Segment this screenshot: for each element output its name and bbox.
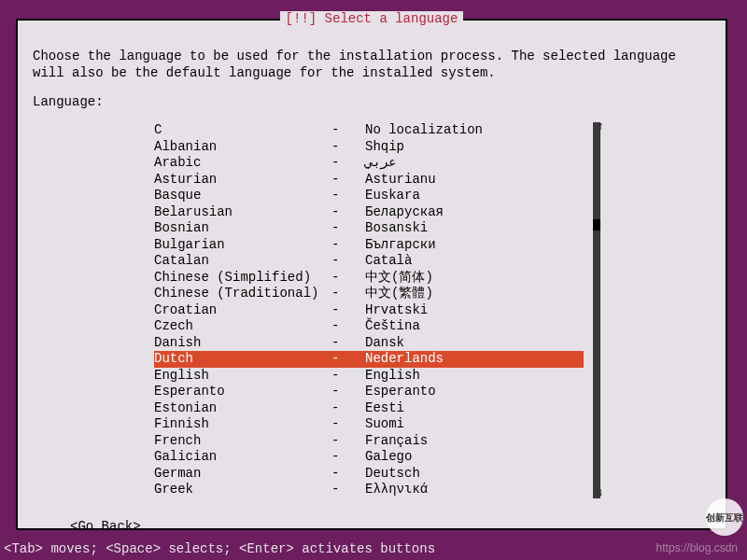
language-name: Croatian <box>154 302 331 319</box>
language-name: Asturian <box>154 172 331 189</box>
language-option[interactable]: Croatian - Hrvatski <box>154 302 584 319</box>
separator: - <box>331 318 365 335</box>
language-name: Czech <box>154 318 331 335</box>
separator: - <box>331 384 365 400</box>
language-name: Danish <box>154 335 331 352</box>
separator: - <box>331 368 365 385</box>
language-option[interactable]: Catalan - Català <box>154 253 584 270</box>
language-native: Galego <box>365 449 412 466</box>
language-name: Esperanto <box>154 384 331 400</box>
language-option[interactable]: Albanian - Shqip <box>154 139 584 156</box>
separator: - <box>331 400 365 417</box>
separator: - <box>331 122 365 139</box>
language-name: Chinese (Traditional) <box>154 286 331 302</box>
language-native: 中文(繁體) <box>365 286 433 302</box>
language-native: English <box>365 368 420 385</box>
language-name: English <box>154 368 331 385</box>
watermark-logo-text: 创新互联 <box>706 512 743 523</box>
language-option[interactable]: Estonian - Eesti <box>154 400 584 417</box>
language-native: Deutsch <box>365 466 420 483</box>
language-option[interactable]: French - Français <box>154 433 584 450</box>
language-option[interactable]: Esperanto - Esperanto <box>154 384 584 400</box>
language-option[interactable]: Dutch - Nederlands <box>154 351 584 368</box>
language-option[interactable]: Chinese (Simplified) - 中文(简体) <box>154 270 584 287</box>
separator: - <box>331 270 365 287</box>
language-option[interactable]: Galician - Galego <box>154 449 584 466</box>
language-name: French <box>154 433 331 450</box>
language-name: Bosnian <box>154 220 331 237</box>
language-option[interactable]: Danish - Dansk <box>154 335 584 352</box>
watermark-text: https://blog.csdn <box>656 541 738 554</box>
language-name: Basque <box>154 188 331 204</box>
separator: - <box>331 253 365 270</box>
language-name: Bulgarian <box>154 237 331 254</box>
scroll-down-icon[interactable]: ↓ <box>598 486 604 500</box>
instructions-text: Choose the language to be used for the i… <box>33 49 711 81</box>
language-native: Euskara <box>365 188 420 204</box>
language-native: Български <box>365 237 436 254</box>
language-name: Arabic <box>154 155 331 172</box>
separator: - <box>331 139 365 156</box>
language-native: No localization <box>365 122 483 139</box>
language-option[interactable]: Chinese (Traditional) - 中文(繁體) <box>154 286 584 302</box>
language-option[interactable]: German - Deutsch <box>154 466 584 483</box>
language-option[interactable]: Finnish - Suomi <box>154 416 584 433</box>
language-option[interactable]: Belarusian - Беларуская <box>154 204 584 221</box>
language-native: Dansk <box>365 335 404 352</box>
separator: - <box>331 237 365 254</box>
language-native: Shqip <box>365 139 404 156</box>
language-native: Suomi <box>365 416 404 433</box>
language-name: German <box>154 466 331 483</box>
language-option[interactable]: Bulgarian - Български <box>154 237 584 254</box>
separator: - <box>331 466 365 483</box>
separator: - <box>331 286 365 302</box>
language-label: Language: <box>33 94 711 109</box>
language-native: Català <box>365 253 412 270</box>
separator: - <box>331 172 365 189</box>
language-native: Asturianu <box>365 172 436 189</box>
language-name: Chinese (Simplified) <box>154 270 331 287</box>
language-option[interactable]: Greek - Ελληνικά <box>154 482 584 498</box>
separator: - <box>331 188 365 204</box>
language-native: 中文(简体) <box>365 270 433 287</box>
go-back-button[interactable]: <Go Back> <box>33 519 711 534</box>
language-name: Galician <box>154 449 331 466</box>
scrollbar-thumb[interactable] <box>593 219 600 231</box>
language-option[interactable]: Basque - Euskara <box>154 188 584 204</box>
separator: - <box>331 302 365 319</box>
language-native: Nederlands <box>365 351 522 368</box>
separator: - <box>331 155 365 172</box>
language-native: Ελληνικά <box>365 482 428 498</box>
language-name: Finnish <box>154 416 331 433</box>
language-native: عربي <box>365 155 397 172</box>
language-native: Беларуская <box>365 204 444 221</box>
dialog-title-text: [!!] Select a language <box>280 11 464 26</box>
language-option[interactable]: English - English <box>154 368 584 385</box>
language-option[interactable]: C - No localization <box>154 122 584 139</box>
language-native: Eesti <box>365 400 404 417</box>
language-option[interactable]: Bosnian - Bosanski <box>154 220 584 237</box>
language-name: Estonian <box>154 400 331 417</box>
separator: - <box>331 449 365 466</box>
scroll-up-icon[interactable]: ↑ <box>598 120 604 134</box>
language-name: Greek <box>154 482 331 498</box>
language-list[interactable]: C - No localizationAlbanian - ShqipArabi… <box>154 122 584 498</box>
separator: - <box>331 335 365 352</box>
separator: - <box>331 482 365 498</box>
language-name: Dutch <box>154 351 331 368</box>
language-dialog: [!!] Select a language Choose the langua… <box>16 19 727 530</box>
language-native: Hrvatski <box>365 302 428 319</box>
status-bar: <Tab> moves; <Space> selects; <Enter> ac… <box>0 541 435 556</box>
language-option[interactable]: Asturian - Asturianu <box>154 172 584 189</box>
language-native: Esperanto <box>365 384 436 400</box>
installer-screen: [!!] Select a language Choose the langua… <box>0 0 747 560</box>
language-option[interactable]: Czech - Čeština <box>154 318 584 335</box>
separator: - <box>331 351 365 368</box>
separator: - <box>331 416 365 433</box>
scrollbar-track[interactable] <box>593 122 600 498</box>
language-native: Français <box>365 433 428 450</box>
separator: - <box>331 433 365 450</box>
language-name: Catalan <box>154 253 331 270</box>
language-native: Bosanski <box>365 220 428 237</box>
language-option[interactable]: Arabic - عربي <box>154 155 584 172</box>
